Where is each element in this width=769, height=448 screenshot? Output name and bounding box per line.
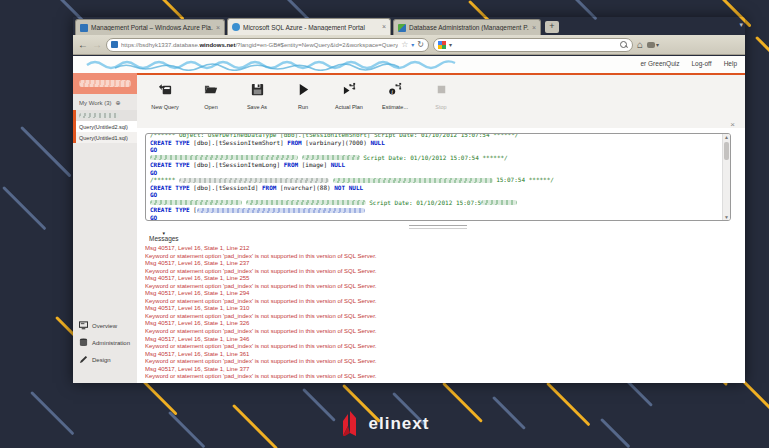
account-label: er GreenQuiz (640, 60, 679, 67)
estimate-button[interactable]: iEstimate... (377, 82, 413, 128)
sql-editor[interactable]: /****** Object: UserDefinedDataType [dbo… (145, 133, 731, 221)
redacted-server-info-scribble (85, 58, 465, 71)
redacted-sql-scribble (302, 155, 360, 160)
search-icon[interactable] (620, 41, 628, 49)
error-message-line: Keyword or statement option 'pad_index' … (145, 253, 739, 261)
expand-icon[interactable]: ⊕ (116, 99, 121, 106)
sql-token: NULL (370, 139, 384, 146)
sidebar-item-label: Overview (92, 323, 117, 329)
url-bar[interactable]: https://bsdhyk1337.database.windows.net/… (106, 38, 429, 52)
sidebar: My Work (3) ⊕ Query(Untitled2.sql)Query(… (73, 73, 137, 383)
redacted-sql-scribble (150, 155, 298, 160)
sql-token: Script Date: 01/10/2012 15:07:54 ******/ (360, 154, 508, 161)
sql-token: [dbo].[tSessionId] (193, 184, 262, 191)
tab-overflow-icon[interactable]: ▾ (739, 21, 743, 29)
work-item-2[interactable]: Query(Untitled2.sql) (73, 121, 137, 132)
scroll-down-icon[interactable]: ▼ (723, 214, 730, 220)
sql-line: GO (150, 169, 720, 177)
work-item-3[interactable]: Query(Untitled1.sql) (73, 132, 137, 143)
help-link[interactable]: Help (724, 60, 737, 67)
open-button[interactable]: Open (193, 82, 229, 128)
error-message-line: Keyword or statement option 'pad_index' … (145, 358, 739, 366)
tab-title: Database Administration (Management P... (409, 24, 529, 31)
error-message-line: Msg 40517, Level 16, State 1, Line 255 (145, 275, 739, 283)
actual-plan-button[interactable]: Actual Plan (331, 82, 367, 128)
sidebar-item-administration[interactable]: Administration (79, 338, 130, 348)
sql-token: GO (150, 191, 157, 198)
close-icon[interactable]: × (730, 121, 735, 129)
sql-line: CREATE TYPE [ (150, 206, 720, 214)
scrollbar-thumb[interactable] (724, 142, 729, 160)
home-button[interactable]: ⌂ (637, 40, 643, 50)
db-admin-favicon-icon (398, 24, 406, 32)
sql-token: GO (150, 146, 157, 153)
sql-token: [dbo].[tSessionItemLong] (193, 161, 283, 168)
sql-token: FROM (284, 161, 302, 168)
new-tab-button[interactable]: + (545, 21, 559, 33)
tab-messages[interactable]: ▾ Messages (149, 231, 179, 242)
browser-window: Management Portal – Windows Azure Pla...… (73, 17, 745, 383)
sidebar-item-design[interactable]: Design (79, 355, 130, 365)
search-engine-dropdown-icon[interactable]: ▾ (449, 41, 452, 48)
new-query-button[interactable]: New Query (147, 82, 183, 128)
url-text[interactable]: https://bsdhyk1337.database.windows.net/… (121, 42, 398, 48)
sql-token: 15:07:54 ******/ (493, 176, 554, 183)
bookmark-star-icon[interactable]: ☆ (401, 41, 408, 49)
tools-dropdown-icon: ▾ (656, 41, 659, 48)
search-input[interactable]: ▾ (433, 38, 633, 52)
sql-token: [dbo].[tSessionItemShort] (193, 139, 287, 146)
new-query-icon (158, 82, 173, 101)
toolbar-button-label: Open (204, 104, 217, 110)
tab-close-icon[interactable]: × (532, 25, 536, 31)
scroll-up-icon[interactable]: ▲ (723, 134, 730, 140)
forward-button: → (92, 40, 102, 50)
portal-page: er GreenQuiz Log-off Help My Work (3) ⊕ … (73, 56, 745, 383)
url-dropdown-icon[interactable]: ▾ (411, 41, 414, 48)
sql-token (329, 176, 333, 183)
sidebar-item-overview[interactable]: Overview (79, 321, 130, 331)
tools-button[interactable]: ▾ (647, 41, 659, 48)
error-message-line: Msg 40517, Level 16, State 1, Line 294 (145, 290, 739, 298)
refresh-icon[interactable]: ↻ (417, 41, 424, 49)
browser-tab-2[interactable]: Microsoft SQL Azure - Management Portal … (227, 18, 391, 35)
actual-plan-icon (342, 82, 357, 101)
sql-token: GO (150, 214, 157, 221)
redacted-sql-scribble (481, 200, 517, 205)
save-as-button[interactable]: Save As (239, 82, 275, 128)
overview-icon (79, 321, 88, 331)
toolbar-button-label: Save As (247, 104, 267, 110)
stop-icon (434, 82, 449, 101)
run-button[interactable]: Run (285, 82, 321, 128)
tab-close-icon[interactable]: × (382, 24, 386, 30)
svg-text:i: i (391, 89, 393, 95)
selected-database-block[interactable] (73, 73, 137, 94)
brand-logo-icon (340, 411, 360, 436)
splitter-grip[interactable] (409, 225, 467, 229)
error-message-line: Keyword or statement option 'pad_index' … (145, 298, 739, 306)
tab-close-icon[interactable]: × (216, 25, 220, 31)
sql-token: NULL (331, 161, 345, 168)
open-icon (204, 82, 219, 101)
back-button[interactable]: ← (78, 40, 88, 50)
sql-token: CREATE TYPE (150, 184, 193, 191)
messages-tab-label: Messages (149, 235, 179, 242)
sql-line: Script Date: 01/10/2012 15:07:54 ******/ (150, 154, 720, 162)
administration-icon (79, 338, 88, 348)
logoff-link[interactable]: Log-off (692, 60, 712, 67)
redacted-sql-scribble (246, 200, 366, 205)
browser-tab-3[interactable]: Database Administration (Management P...… (393, 19, 541, 35)
toolbar-button-label: Actual Plan (335, 104, 363, 110)
work-item-list: Query(Untitled2.sql)Query(Untitled1.sql) (73, 110, 137, 143)
decor-stripe (755, 36, 769, 95)
sql-line: CREATE TYPE [dbo].[tSessionId] FROM [nva… (150, 184, 720, 192)
design-icon (79, 355, 88, 365)
sql-token: NOT NULL (334, 184, 363, 191)
work-item-1[interactable] (73, 110, 137, 121)
tools-icon (647, 42, 655, 48)
estimate-icon: i (388, 82, 403, 101)
error-message-line: Msg 40517, Level 16, State 1, Line 237 (145, 260, 739, 268)
error-message-line: Keyword or statement option 'pad_index' … (145, 328, 739, 336)
editor-scrollbar[interactable]: ▲ ▼ (722, 134, 730, 220)
panel-splitter[interactable] (145, 225, 731, 228)
browser-tab-1[interactable]: Management Portal – Windows Azure Pla...… (75, 19, 225, 35)
